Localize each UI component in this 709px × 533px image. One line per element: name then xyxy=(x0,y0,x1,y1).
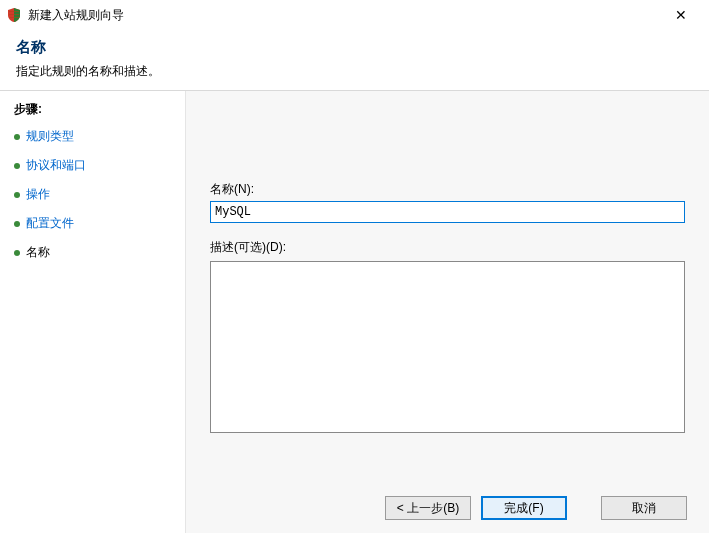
step-name[interactable]: 名称 xyxy=(14,244,173,261)
svg-rect-0 xyxy=(9,11,19,12)
wizard-header: 名称 指定此规则的名称和描述。 xyxy=(0,30,709,91)
step-label: 配置文件 xyxy=(26,215,74,232)
firewall-shield-icon xyxy=(6,7,22,23)
close-icon: ✕ xyxy=(675,7,687,23)
steps-sidebar: 步骤: 规则类型 协议和端口 操作 配置文件 名称 xyxy=(0,91,186,533)
step-label: 协议和端口 xyxy=(26,157,86,174)
step-label: 名称 xyxy=(26,244,50,261)
bullet-icon xyxy=(14,250,20,256)
svg-rect-2 xyxy=(9,17,19,18)
close-button[interactable]: ✕ xyxy=(661,1,701,29)
page-subtitle: 指定此规则的名称和描述。 xyxy=(16,63,693,80)
back-button[interactable]: < 上一步(B) xyxy=(385,496,471,520)
bullet-icon xyxy=(14,163,20,169)
step-action[interactable]: 操作 xyxy=(14,186,173,203)
titlebar-left: 新建入站规则向导 xyxy=(6,7,124,24)
steps-heading: 步骤: xyxy=(14,101,173,118)
cancel-button[interactable]: 取消 xyxy=(601,496,687,520)
wizard-body: 步骤: 规则类型 协议和端口 操作 配置文件 名称 名称(N): 描述(可选)(… xyxy=(0,91,709,533)
step-rule-type[interactable]: 规则类型 xyxy=(14,128,173,145)
bullet-icon xyxy=(14,134,20,140)
description-textarea[interactable] xyxy=(210,261,685,433)
step-label: 操作 xyxy=(26,186,50,203)
step-label: 规则类型 xyxy=(26,128,74,145)
bullet-icon xyxy=(14,192,20,198)
name-label: 名称(N): xyxy=(210,181,685,198)
step-profile[interactable]: 配置文件 xyxy=(14,215,173,232)
window-title: 新建入站规则向导 xyxy=(28,7,124,24)
main-panel: 名称(N): 描述(可选)(D): < 上一步(B) 完成(F) 取消 xyxy=(186,91,709,533)
svg-rect-1 xyxy=(9,14,19,15)
description-label: 描述(可选)(D): xyxy=(210,239,685,256)
name-input[interactable] xyxy=(210,201,685,223)
step-protocol-ports[interactable]: 协议和端口 xyxy=(14,157,173,174)
finish-button[interactable]: 完成(F) xyxy=(481,496,567,520)
button-bar: < 上一步(B) 完成(F) 取消 xyxy=(385,496,687,520)
titlebar: 新建入站规则向导 ✕ xyxy=(0,0,709,30)
page-title: 名称 xyxy=(16,38,693,57)
bullet-icon xyxy=(14,221,20,227)
